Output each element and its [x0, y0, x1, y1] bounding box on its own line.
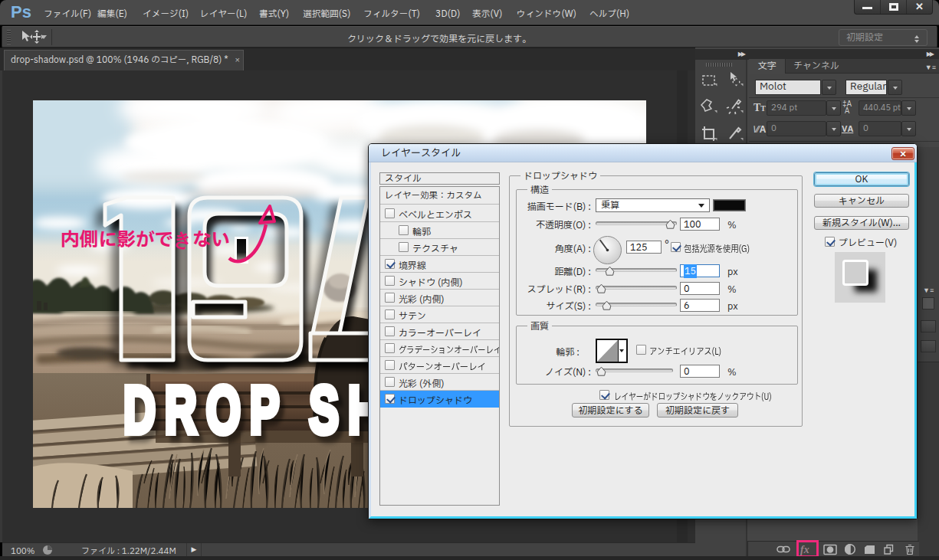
svg-text:内側に影ができない: 内側に影ができない — [61, 226, 230, 254]
svg-text:DROP SH: DROP SH — [123, 372, 389, 447]
